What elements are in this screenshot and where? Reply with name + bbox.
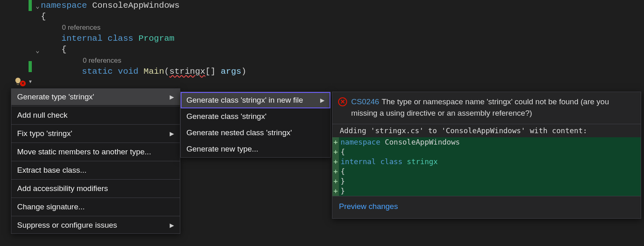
preview-header: ✕ CS0246The type or namespace name 'stri… — [332, 92, 641, 124]
menu-item-label: Fix typo 'stringx' — [17, 129, 72, 138]
keyword: void — [118, 67, 138, 76]
codelens-references[interactable]: 0 references — [83, 57, 122, 64]
menu-item-label: Move static members to another type... — [17, 147, 151, 156]
menu-separator — [11, 143, 180, 143]
menu-item-label: Generate class 'stringx' — [186, 112, 266, 121]
menu-separator — [11, 198, 180, 198]
submenu-arrow-icon: ▶ — [170, 222, 174, 228]
menu-item-label: Add accessibility modifiers — [17, 184, 108, 193]
menu-item-fix-typo[interactable]: Fix typo 'stringx'▶ — [11, 125, 180, 142]
preview-changes-link[interactable]: Preview changes — [339, 202, 398, 211]
paren: ) — [241, 67, 247, 76]
submenu-arrow-icon: ▶ — [170, 130, 174, 137]
diff-title: Adding 'stringx.cs' to 'ConsoleAppWindow… — [332, 124, 641, 137]
error-code: CS0246 — [351, 97, 379, 106]
menu-item-generate-new-type[interactable]: Generate new type... — [181, 141, 330, 157]
menu-item-label: Generate class 'stringx' in new file — [186, 96, 303, 104]
codelens-references[interactable]: 0 references — [62, 24, 101, 31]
preview-footer: Preview changes — [332, 196, 641, 218]
menu-item-generate-nested-class[interactable]: Generate nested class 'stringx' — [181, 125, 330, 141]
lightbulb-button[interactable]: ✕ ▼ — [13, 77, 33, 86]
diff-line: + { — [332, 167, 641, 176]
quick-actions-menu: Generate type 'stringx'▶ Add null check … — [11, 88, 180, 234]
keyword: static — [82, 67, 113, 76]
namespace-name: ConsoleAppWindows — [92, 1, 179, 10]
menu-item-label: Generate nested class 'stringx' — [186, 128, 292, 137]
class-name: Program — [138, 34, 174, 43]
diff-line: +{ — [332, 147, 641, 157]
error-token[interactable]: stringx — [169, 67, 205, 76]
brace: { — [41, 12, 46, 21]
diff-line: + } — [332, 176, 641, 186]
dropdown-chevron-icon: ▼ — [28, 79, 33, 84]
menu-separator — [11, 216, 180, 216]
menu-item-label: Extract base class... — [17, 166, 86, 174]
menu-item-label: Generate new type... — [186, 145, 258, 153]
array-brackets: [] — [205, 67, 215, 76]
menu-item-add-null-check[interactable]: Add null check — [11, 107, 180, 123]
menu-item-label: Add null check — [17, 111, 68, 119]
menu-item-generate-class[interactable]: Generate class 'stringx' — [181, 108, 330, 125]
preview-pane: ✕ CS0246The type or namespace name 'stri… — [332, 92, 641, 219]
menu-item-generate-type[interactable]: Generate type 'stringx'▶ — [11, 89, 180, 105]
menu-item-label: Suppress or configure issues — [17, 221, 117, 229]
menu-item-move-static[interactable]: Move static members to another type... — [11, 144, 180, 160]
submenu-arrow-icon: ▶ — [320, 97, 325, 103]
error-badge-icon: ✕ — [20, 81, 26, 86]
error-icon: ✕ — [338, 97, 347, 106]
generate-type-submenu: Generate class 'stringx' in new file▶ Ge… — [180, 92, 331, 158]
keyword: internal — [61, 34, 102, 43]
menu-item-label: Change signature... — [17, 202, 85, 211]
menu-item-generate-class-new-file[interactable]: Generate class 'stringx' in new file▶ — [181, 92, 330, 108]
keyword: namespace — [41, 1, 87, 10]
brace: { — [61, 45, 66, 54]
code-editor[interactable]: ⌄ ⌄ namespace ConsoleAppWindows { 0 refe… — [0, 0, 644, 77]
param-name: args — [221, 67, 241, 76]
diff-preview: Adding 'stringx.cs' to 'ConsoleAppWindow… — [332, 124, 641, 196]
error-text: CS0246The type or namespace name 'string… — [351, 96, 635, 119]
submenu-arrow-icon: ▶ — [170, 94, 174, 100]
error-message: The type or namespace name 'stringx' cou… — [351, 97, 609, 117]
menu-item-extract-base[interactable]: Extract base class... — [11, 162, 180, 178]
menu-item-suppress[interactable]: Suppress or configure issues▶ — [11, 217, 180, 233]
menu-separator — [11, 179, 180, 180]
menu-item-change-signature[interactable]: Change signature... — [11, 199, 180, 215]
diff-line: + internal class stringx — [332, 157, 641, 167]
method-name: Main — [144, 67, 164, 76]
menu-item-label: Generate type 'stringx' — [17, 92, 94, 101]
diff-line: +namespace ConsoleAppWindows — [332, 137, 641, 147]
menu-separator — [11, 161, 180, 161]
menu-separator — [11, 124, 180, 125]
menu-item-accessibility[interactable]: Add accessibility modifiers — [11, 180, 180, 197]
menu-separator — [11, 106, 180, 106]
keyword: class — [108, 34, 133, 43]
paren: ( — [164, 67, 170, 76]
diff-line: +} — [332, 186, 641, 196]
